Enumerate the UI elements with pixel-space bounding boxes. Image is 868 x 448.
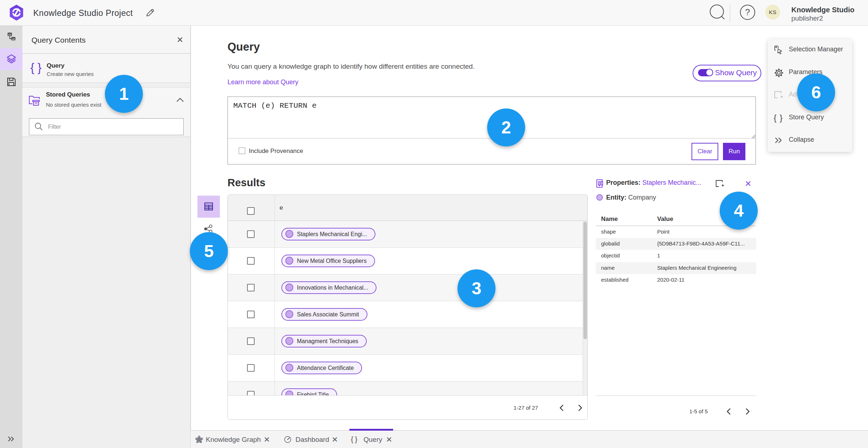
svg-text:?: ?: [745, 7, 750, 17]
